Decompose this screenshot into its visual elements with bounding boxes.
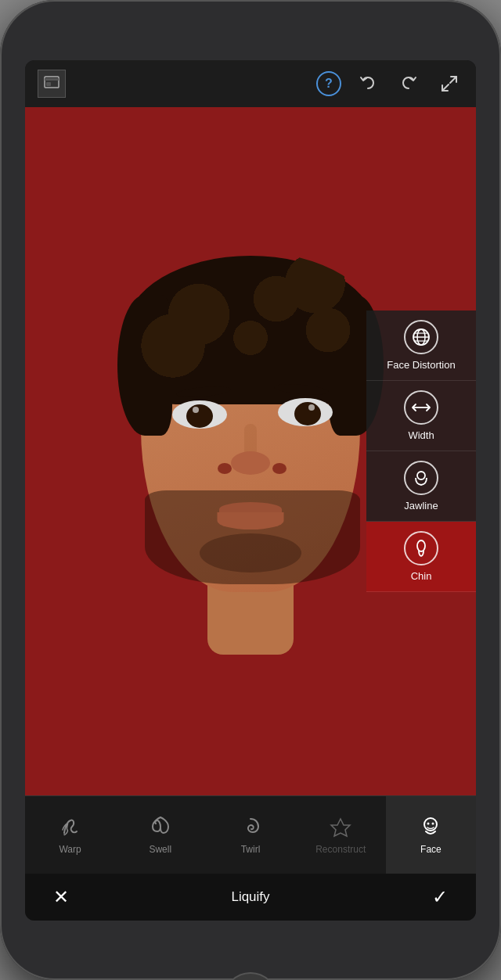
- svg-rect-2: [46, 82, 51, 86]
- globe-icon: [404, 320, 438, 354]
- expand-button[interactable]: [435, 70, 463, 98]
- right-tools-panel: Face Distortion Width: [366, 311, 476, 592]
- image-canvas[interactable]: Face Distortion Width: [25, 107, 476, 795]
- layers-icon[interactable]: [38, 70, 66, 98]
- svg-point-12: [417, 540, 425, 551]
- arrows-h-icon: [404, 390, 438, 425]
- face-distortion-button[interactable]: Face Distortion: [366, 311, 476, 381]
- svg-point-11: [417, 472, 425, 479]
- jawline-label: Jawline: [404, 500, 438, 512]
- swell-label: Swell: [149, 844, 171, 855]
- undo-button[interactable]: [354, 70, 382, 98]
- warp-tool[interactable]: Warp: [25, 796, 115, 874]
- chin-button[interactable]: Chin: [366, 522, 476, 592]
- twirl-icon: [238, 814, 263, 839]
- face-tool-label: Face: [420, 844, 442, 855]
- swell-tool[interactable]: Swell: [115, 796, 205, 874]
- face-tool-icon: [418, 814, 443, 839]
- warp-icon: [58, 814, 83, 839]
- reconstruct-label: Reconstruct: [315, 844, 366, 855]
- svg-marker-13: [331, 819, 350, 836]
- reconstruct-tool[interactable]: Reconstruct: [296, 796, 386, 874]
- twirl-tool[interactable]: Twirl: [205, 796, 295, 874]
- phone-frame: ?: [0, 0, 501, 980]
- width-label: Width: [408, 429, 434, 441]
- redo-button[interactable]: [395, 70, 423, 98]
- svg-line-3: [450, 77, 456, 83]
- svg-point-16: [432, 823, 434, 825]
- svg-point-15: [427, 823, 430, 825]
- twirl-label: Twirl: [241, 844, 261, 855]
- svg-rect-1: [45, 78, 59, 81]
- face-tool[interactable]: Face: [386, 796, 476, 874]
- home-button[interactable]: [223, 972, 278, 980]
- help-button[interactable]: ?: [316, 71, 341, 96]
- phone-screen: ?: [25, 60, 476, 921]
- header-right: ?: [316, 70, 463, 98]
- screen-title: Liquify: [231, 889, 269, 905]
- jawline-icon: [404, 461, 438, 495]
- swell-icon: [148, 814, 173, 839]
- app-header: ?: [25, 60, 476, 107]
- bottom-toolbar: Warp Swell Twirl: [25, 795, 476, 874]
- width-button[interactable]: Width: [366, 381, 476, 451]
- jawline-button[interactable]: Jawline: [366, 451, 476, 522]
- reconstruct-icon: [328, 814, 353, 839]
- header-left: [38, 70, 66, 98]
- warp-label: Warp: [59, 844, 81, 855]
- action-bar: ✕ Liquify ✓: [25, 874, 476, 921]
- face-distortion-label: Face Distortion: [387, 359, 455, 371]
- chin-icon: [404, 531, 438, 565]
- chin-label: Chin: [411, 570, 432, 582]
- confirm-button[interactable]: ✓: [423, 880, 457, 914]
- cancel-button[interactable]: ✕: [44, 880, 78, 914]
- svg-line-4: [442, 84, 449, 91]
